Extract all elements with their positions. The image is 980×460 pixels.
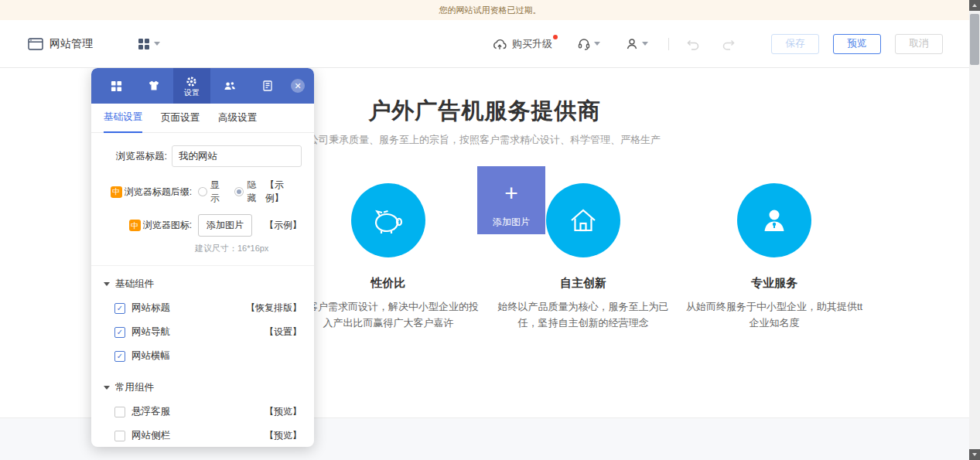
radio-hide-option[interactable]: 隐藏: [234, 179, 265, 205]
common-components-header[interactable]: 常用组件: [91, 381, 314, 394]
add-favicon-button[interactable]: 添加图片: [198, 214, 252, 237]
cn-badge: 中: [111, 186, 122, 198]
editor-canvas: 户外广告机服务提供商 公司秉承质量、服务至上的宗旨，按照客户需求精心设计、科学管…: [0, 68, 980, 460]
icon-label-group: 中 浏览器图标:: [104, 219, 192, 232]
trial-expired-banner: 您的网站试用资格已过期。: [0, 0, 980, 20]
component-label: 网站导航: [131, 325, 170, 339]
component-label: 网站侧栏: [131, 429, 170, 442]
toolbar: 网站管理 购买升级: [0, 20, 980, 68]
scrollbar-thumb[interactable]: [970, 14, 979, 65]
preview-link[interactable]: 【预览】: [265, 429, 302, 442]
apps-menu-button[interactable]: [138, 38, 160, 50]
preview-button[interactable]: 预览: [833, 34, 881, 54]
undo-icon[interactable]: [686, 38, 701, 50]
checkbox-unchecked-icon[interactable]: [114, 407, 125, 417]
checkbox-checked-icon[interactable]: ✓: [114, 351, 125, 362]
buy-upgrade-button[interactable]: 购买升级: [492, 37, 552, 51]
shirt-icon: [148, 80, 160, 92]
building-icon: [261, 80, 274, 92]
support-menu-button[interactable]: [577, 37, 600, 51]
feature-desc: 为客户需求而设计，解决中小型企业的投入产出比而赢得广大客户嘉许: [295, 298, 481, 332]
tab-site-info[interactable]: [248, 68, 286, 104]
settings-panel: 设置: [91, 68, 314, 447]
browser-icon-label: 浏览器图标:: [143, 219, 192, 232]
vertical-scrollbar[interactable]: [969, 0, 980, 460]
component-label: 网站横幅: [131, 349, 170, 363]
feature-circle: [546, 183, 620, 257]
feature-title: 自主创新: [490, 276, 676, 291]
tab-settings-label: 设置: [184, 89, 200, 97]
chevron-down-icon: [154, 42, 160, 46]
browser-title-input[interactable]: [172, 145, 302, 167]
restore-layout-link[interactable]: 【恢复排版】: [246, 302, 302, 315]
tab-theme[interactable]: [135, 68, 173, 104]
browser-title-label: 浏览器标题:: [104, 150, 167, 163]
preview-link[interactable]: 【预览】: [265, 405, 302, 418]
notification-dot: [553, 35, 558, 39]
component-row-float-service: 悬浮客服 【预览】: [91, 405, 314, 418]
tab-basic-settings[interactable]: 基础设置: [104, 111, 142, 133]
icon-example-link[interactable]: 【示例】: [265, 219, 302, 232]
feature-desc: 从始而终服务于中小型企业，助其提供tt企业知名度: [681, 298, 867, 332]
browser-icon-row: 中 浏览器图标: 添加图片 【示例】: [91, 214, 314, 237]
cloud-upload-icon: [492, 38, 507, 50]
checkbox-unchecked-icon[interactable]: [114, 431, 125, 441]
collapse-triangle-icon: [104, 386, 110, 390]
checkbox-checked-icon[interactable]: ✓: [114, 327, 125, 338]
add-image-label: 添加图片: [493, 216, 530, 234]
radio-hide-label: 隐藏: [247, 179, 265, 205]
headset-icon: [577, 37, 591, 51]
divider: [91, 265, 314, 266]
radio-icon: [198, 187, 207, 196]
scroll-up-arrow[interactable]: [969, 0, 980, 11]
trial-expired-text: 您的网站试用资格已过期。: [439, 5, 541, 16]
size-hint: 建议尺寸：16*16px: [195, 243, 302, 254]
site-manage-button[interactable]: 网站管理: [28, 37, 93, 51]
account-menu-button[interactable]: [625, 37, 648, 51]
component-row-site-title: ✓ 网站标题 【恢复排版】: [91, 302, 314, 315]
piggy-bank-icon: [368, 200, 408, 240]
settings-tabs: 基础设置 页面设置 高级设置: [91, 104, 314, 133]
chevron-down-icon: [594, 42, 600, 46]
gear-icon: [186, 76, 197, 87]
checkbox-checked-icon[interactable]: ✓: [114, 303, 125, 314]
tab-advanced-settings[interactable]: 高级设置: [218, 111, 257, 132]
redo-icon[interactable]: [721, 38, 736, 50]
person-icon: [754, 200, 794, 240]
cancel-button[interactable]: 取消: [895, 34, 943, 54]
common-components-title: 常用组件: [115, 381, 154, 394]
component-row-site-nav: ✓ 网站导航 【设置】: [91, 325, 314, 339]
tab-members[interactable]: [210, 68, 248, 104]
basic-components-title: 基础组件: [115, 278, 154, 291]
suffix-label: 浏览器标题后缀:: [125, 186, 192, 199]
radio-show-option[interactable]: 显示: [198, 179, 228, 205]
component-label: 悬浮客服: [131, 405, 170, 418]
toolbar-right: 购买升级: [492, 34, 943, 54]
suffix-label-group: 中 浏览器标题后缀:: [104, 186, 192, 199]
suffix-example-link[interactable]: 【示例】: [265, 179, 302, 205]
tab-settings[interactable]: 设置: [173, 68, 211, 104]
save-button[interactable]: 保存: [771, 34, 819, 54]
browser-title-row: 浏览器标题:: [91, 145, 314, 167]
plus-icon: +: [504, 166, 518, 216]
radio-selected-icon: [234, 187, 244, 196]
modules-icon: [111, 80, 122, 92]
component-label: 网站标题: [131, 302, 170, 315]
tab-modules[interactable]: [97, 68, 135, 104]
user-icon: [625, 37, 639, 51]
add-image-placeholder[interactable]: + 添加图片: [477, 166, 545, 234]
feature-desc: 始终以产品质量为核心，服务至上为已任，坚持自主创新的经营理念: [490, 298, 676, 332]
scroll-down-arrow[interactable]: [969, 449, 980, 460]
close-icon[interactable]: ✕: [291, 79, 305, 93]
basic-components-header[interactable]: 基础组件: [91, 278, 314, 291]
people-icon: [224, 80, 236, 92]
feature-circle: [351, 183, 425, 257]
toolbar-divider: [668, 38, 669, 50]
history-controls: [686, 38, 736, 50]
settings-link[interactable]: 【设置】: [265, 325, 302, 339]
feature-title: 性价比: [295, 276, 481, 291]
feature-column[interactable]: 专业服务 从始而终服务于中小型企业，助其提供tt企业知名度: [681, 183, 867, 332]
buy-upgrade-label: 购买升级: [512, 37, 552, 51]
feature-column[interactable]: 性价比 为客户需求而设计，解决中小型企业的投入产出比而赢得广大客户嘉许: [295, 183, 481, 332]
tab-page-settings[interactable]: 页面设置: [161, 111, 200, 132]
